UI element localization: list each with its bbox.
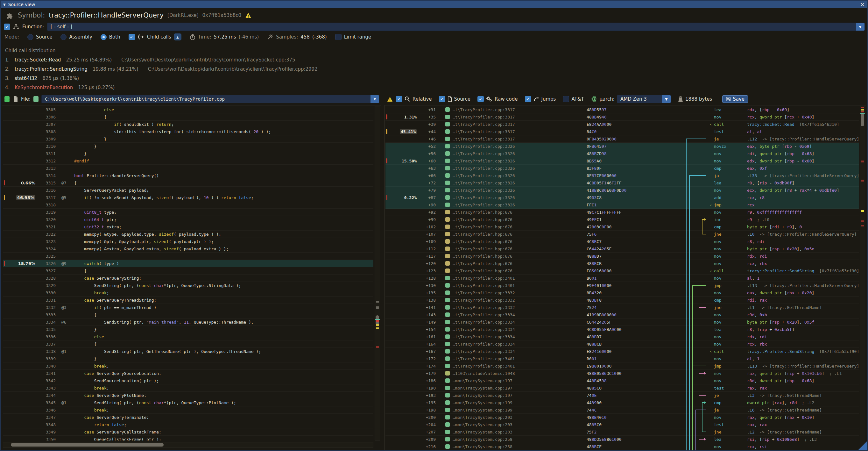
- asm-row[interactable]: +92…t\TracyProfiler.hpp:67649C7C1FFFFFFF…: [385, 209, 859, 216]
- asm-row[interactable]: 1.31%+35…t\TracyProfiler.cpp:3317488B494…: [385, 113, 859, 121]
- asm-row[interactable]: +102…t\TracyProfiler.hpp:67642803C0F00cm…: [385, 223, 859, 231]
- source-line-row[interactable]: 3344 case ServerQueryPlotName:: [3, 392, 373, 399]
- asm-row[interactable]: +52…t\TracyProfiler.cpp:33260FB64597movz…: [385, 143, 859, 150]
- scrollbar-thumb[interactable]: [11, 443, 164, 447]
- source-line-row[interactable]: 3309 }: [3, 136, 373, 143]
- att-checkbox[interactable]: [563, 96, 569, 102]
- child-call-item[interactable]: 2.tracy::Profiler::SendLongString19.88 m…: [5, 66, 867, 72]
- propagate-up-button[interactable]: ▲: [174, 33, 181, 40]
- asm-row[interactable]: +154…t\TracyProfiler.cpp:33344C8D055FBA0…: [385, 326, 859, 333]
- source-line-row[interactable]: 3329 SendString( ptr, (const char*)ptr, …: [3, 282, 373, 289]
- source-line-row[interactable]: 3320 uint64_t ptr;: [3, 216, 373, 223]
- asm-row[interactable]: +172…t\TracyProfiler.cpp:3401B001moval, …: [385, 355, 859, 362]
- source-line-row[interactable]: 3312#endif: [3, 157, 373, 165]
- source-line-row[interactable]: 3321 uint32_t extra;: [3, 223, 373, 231]
- source-line-row[interactable]: 3305 else: [3, 106, 373, 113]
- function-dropdown[interactable]: [ - self - ] ▼: [47, 23, 865, 31]
- source-line-row[interactable]: 3345@1 SendString( ptr, (const char*)ptr…: [3, 399, 373, 407]
- source-toggle[interactable]: ✓ Source: [439, 96, 471, 102]
- asm-row[interactable]: +63…t\TracyProfiler.cpp:332683F80Fcmpeax…: [385, 165, 859, 172]
- child-call-item[interactable]: 3.stat64i32625 µs (1.36%): [5, 76, 867, 81]
- source-line-row[interactable]: 3331 case ServerQueryThreadString:: [3, 297, 373, 304]
- asm-row[interactable]: 0.22%+87…t\TracyProfiler.cpp:33264903C8a…: [385, 194, 859, 201]
- relative-checkbox[interactable]: ✓: [396, 96, 402, 102]
- asm-row[interactable]: +143…t\TracyProfiler.cpp:333441B90B00000…: [385, 311, 859, 319]
- function-checkbox[interactable]: ✓: [4, 24, 10, 30]
- asm-row[interactable]: +109…t\TracyProfiler.hpp:6764C8BC7movr8,…: [385, 238, 859, 245]
- source-line-row[interactable]: 3349 case ServerQueryCallstackFrame:: [3, 428, 373, 436]
- file-dropdown[interactable]: C:\Users\wolf\Desktop\darkrl\contrib\tra…: [41, 95, 379, 103]
- asm-row[interactable]: +39…t\TracyProfiler.cpp:3317E824AA0000‹c…: [385, 121, 859, 128]
- asm-row[interactable]: +207…mon\TracySystem.cpp:20375F2jne.L2 -…: [385, 428, 859, 436]
- source-line-row[interactable]: 3313: [3, 165, 373, 172]
- source-line-row[interactable]: 3337 {: [3, 340, 373, 348]
- asm-row[interactable]: 15.50%+60…t\TracyProfiler.cpp:33268B55A0…: [385, 157, 859, 165]
- source-line-row[interactable]: 3322 memcpy( &type, &payload.type, sizeo…: [3, 231, 373, 238]
- asm-row[interactable]: +138…t\TracyProfiler.cpp:3332483BF8cmprd…: [385, 297, 859, 304]
- source-line-row[interactable]: 3338@1 SendString( ptr, GetThreadName( p…: [3, 348, 373, 355]
- asm-row[interactable]: +66…t\TracyProfiler.cpp:33260F87CE060000…: [385, 172, 859, 179]
- save-button[interactable]: Save: [722, 95, 748, 103]
- asm-row[interactable]: +193…mon\TracySystem.cpp:197740Eje.L3 ->…: [385, 392, 859, 399]
- chevron-down-icon[interactable]: ▼: [662, 95, 671, 103]
- asm-row[interactable]: +72…t\TracyProfiler.cpp:33264C8D05F146F2…: [385, 179, 859, 187]
- radio-icon[interactable]: [101, 34, 106, 40]
- asm-row[interactable]: +79…t\TracyProfiler.cpp:3326418B8C80E0BF…: [385, 187, 859, 194]
- limit-range-checkbox[interactable]: [335, 34, 342, 40]
- source-line-row[interactable]: 46.93%3317@5 if( !m_sock->Read( &payload…: [3, 194, 373, 201]
- asm-row[interactable]: +179…1103\include\atomic:1048488B05B63C1…: [385, 370, 859, 377]
- source-line-row[interactable]: 3307 if( shouldExit ) return;: [3, 121, 373, 128]
- asm-row[interactable]: +135…t\TracyProfiler.cpp:33328B4320movea…: [385, 289, 859, 297]
- child-calls-toggle[interactable]: ✓ Child calls ▲: [129, 33, 181, 40]
- chevron-down-icon[interactable]: ▼: [856, 23, 865, 31]
- asm-row[interactable]: +130…t\TracyProfiler.cpp:3401E9E4010000j…: [385, 282, 859, 289]
- radio-icon[interactable]: [60, 34, 66, 40]
- source-line-row[interactable]: 3308 std::this_thread::sleep_for( std::c…: [3, 128, 373, 136]
- source-line-row[interactable]: 3323 memcpy( &ptr, &payload.ptr, sizeof(…: [3, 238, 373, 245]
- resize-handle-icon[interactable]: [859, 442, 867, 450]
- source-line-row[interactable]: 3348 return false;: [3, 421, 373, 428]
- asm-row[interactable]: +198…mon\TracySystem.cpp:199744Cje.L6 ->…: [385, 407, 859, 414]
- source-line-row[interactable]: 3332@3 if( ptr == m_mainThread ): [3, 304, 373, 311]
- mode-radio-both[interactable]: Both: [101, 34, 120, 40]
- asm-row[interactable]: +117…t\TracyProfiler.hpp:676488BD7movrdx…: [385, 252, 859, 260]
- source-line-row[interactable]: 3306 {: [3, 113, 373, 121]
- source-line-row[interactable]: 3335 }: [3, 326, 373, 333]
- asm-row[interactable]: +186…mon\TracySystem.cpp:197448B4598movr…: [385, 377, 859, 385]
- mode-radio-assembly[interactable]: Assembly: [60, 34, 92, 40]
- asm-row[interactable]: +216…mon\TracySystem.cpp:258488BCEmovrcx…: [385, 443, 859, 450]
- child-call-item[interactable]: 1.tracy::Socket::Read25.25 ms (54.89%)C:…: [5, 57, 867, 63]
- asm-row[interactable]: +56…t\TracyProfiler.cpp:3326488B7D98movr…: [385, 150, 859, 157]
- titlebar[interactable]: ▼ Source view ×: [1, 1, 867, 8]
- source-line-row[interactable]: 3310 }: [3, 143, 373, 150]
- source-line-row[interactable]: 15.79%3326@9 switch( type ): [3, 260, 373, 267]
- source-line-row[interactable]: 3334@6 SendString( ptr, "Main thread", 1…: [3, 319, 373, 326]
- source-line-row[interactable]: 3343 break;: [3, 385, 373, 392]
- asm-row[interactable]: +120…t\TracyProfiler.hpp:676488BCBmovrcx…: [385, 260, 859, 267]
- source-line-row[interactable]: 3311 }: [3, 150, 373, 157]
- asm-row[interactable]: +90…t\TracyProfiler.cpp:3326FFE1‹jmprcx: [385, 201, 859, 209]
- raw-code-checkbox[interactable]: ✓: [477, 96, 484, 102]
- source-line-row[interactable]: 3327 {: [3, 267, 373, 275]
- relative-toggle[interactable]: ✓ Relative: [396, 96, 432, 102]
- asm-row[interactable]: 45.41%+44…t\TracyProfiler.cpp:331784C0te…: [385, 128, 859, 136]
- asm-row[interactable]: +31…t\TracyProfiler.cpp:3317488D5597lear…: [385, 106, 859, 113]
- source-line-row[interactable]: 3340 break;: [3, 362, 373, 370]
- source-line-row[interactable]: 3339 }: [3, 355, 373, 362]
- att-toggle[interactable]: AT&T: [563, 96, 584, 102]
- asm-row[interactable]: +209…mon\TracySystem.cpp:258488D35E88610…: [385, 436, 859, 443]
- source-vertical-scrollbar[interactable]: [375, 106, 380, 441]
- uarch-dropdown[interactable]: AMD Zen 3 ▼: [617, 95, 671, 103]
- source-line-row[interactable]: 3324 memcpy( &extra, &payload.extra, siz…: [3, 245, 373, 252]
- source-line-row[interactable]: 3342 SendSourceLocation( ptr );: [3, 377, 373, 385]
- source-line-row[interactable]: 3325: [3, 252, 373, 260]
- jumps-toggle[interactable]: ✓ Jumps: [525, 96, 556, 102]
- asm-row[interactable]: +164…t\TracyProfiler.cpp:3334488BCBmovrc…: [385, 340, 859, 348]
- source-line-row[interactable]: 3328 case ServerQueryString:: [3, 275, 373, 282]
- source-line-row[interactable]: 0.66%3315@7{: [3, 179, 373, 187]
- jumps-checkbox[interactable]: ✓: [525, 96, 531, 102]
- asm-row[interactable]: +190…mon\TracySystem.cpp:1974885C0testra…: [385, 385, 859, 392]
- child-call-item[interactable]: 4.KeSynchronizeExecution125 µs (0.27%): [5, 85, 867, 90]
- asm-row[interactable]: +200…mon\TracySystem.cpp:203488B4010movr…: [385, 414, 859, 421]
- asm-row[interactable]: +123…t\TracyProfiler.hpp:676E850160000‹c…: [385, 267, 859, 275]
